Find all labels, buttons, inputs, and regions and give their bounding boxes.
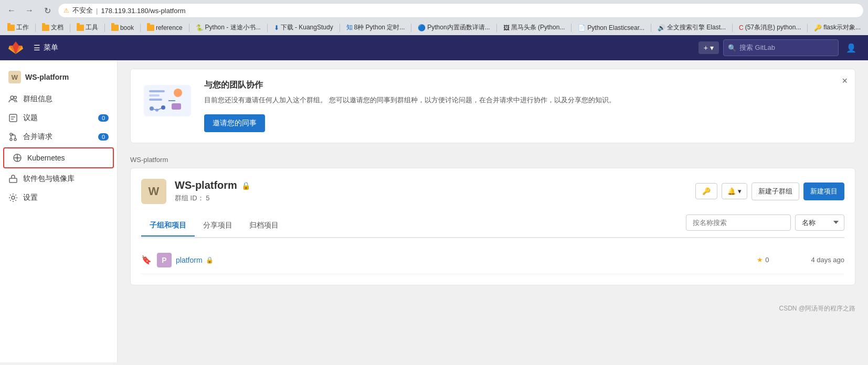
project-name[interactable]: platform [176, 256, 203, 264]
search-placeholder: 搜索 GitLab [739, 43, 775, 52]
refresh-button[interactable]: ↻ [40, 3, 55, 18]
gitlab-header: ☰ 菜单 + ▾ 🔍 搜索 GitLab 👤 [0, 35, 868, 60]
group-id: 群组 ID： 5 [175, 194, 687, 203]
merge-icon [8, 132, 18, 142]
bookmark-label: (57条消息) python... [745, 23, 801, 32]
browser-chrome: ← → ↻ ⚠ 不安全 | 178.119.31.180/ws-platform… [0, 0, 868, 35]
link-icon: 📄 [578, 24, 586, 31]
key-button[interactable]: 🔑 [695, 183, 717, 199]
bookmark-label: book [120, 24, 134, 31]
merge-badge: 0 [98, 133, 109, 141]
bookmark-separator [651, 24, 651, 32]
bookmark-separator [411, 24, 411, 32]
bookmark-tools[interactable]: 工具 [73, 22, 101, 33]
key-icon: 🔑 [702, 187, 711, 195]
bookmark-reference[interactable]: reference [144, 23, 186, 33]
bookmark-book[interactable]: book [108, 23, 137, 33]
close-banner-button[interactable]: × [842, 76, 848, 87]
star-icon: ★ [757, 256, 763, 264]
sidebar-item-issues[interactable]: 议题 0 [0, 109, 117, 127]
bookmark-python-timer[interactable]: 知 8种 Python 定时... [343, 22, 408, 33]
breadcrumb-text: WS-platform [130, 156, 168, 164]
bookmark-flask[interactable]: 🔑 flask示对象... [811, 22, 864, 33]
project-avatar: P [157, 253, 172, 267]
bookmark-separator [189, 24, 189, 32]
users-icon [8, 94, 18, 104]
sidebar-group-name: WS-platform [25, 73, 69, 81]
notification-button[interactable]: 🔔 ▾ [722, 183, 747, 199]
gitlab-logo-svg [8, 40, 23, 55]
link-icon: 🔵 [418, 24, 426, 31]
forward-button[interactable]: → [22, 3, 37, 18]
bookmark-label: Python - 迷途小书... [205, 23, 261, 32]
collab-illustration [141, 80, 194, 122]
add-chevron: ▾ [710, 44, 714, 52]
invite-button[interactable]: 邀请您的同事 [204, 114, 265, 132]
bookmark-download[interactable]: ⬇ 下载 - KuangStudy [271, 22, 336, 33]
tab-archived-projects[interactable]: 归档项目 [241, 216, 287, 237]
bookmark-separator [140, 24, 141, 32]
back-button[interactable]: ← [4, 3, 19, 18]
main-content: 与您的团队协作 目前您还没有邀请任何人加入这个群组。 您可以邀请您的同事到群组种… [118, 60, 868, 362]
svg-rect-18 [149, 94, 160, 96]
bookmark-fulltext[interactable]: 🔊 全文搜索引擎 Elast... [654, 22, 729, 33]
sidebar-item-label: 合并请求 [23, 132, 52, 142]
bookmark-elasticsearch[interactable]: 📄 Python Elasticsear... [575, 23, 648, 33]
bookmark-heima[interactable]: 🖼 黑马头条 (Python... [500, 22, 568, 33]
svg-point-26 [161, 105, 165, 110]
new-subgroup-button[interactable]: 新建子群组 [751, 182, 799, 200]
bookmark-python-book[interactable]: 🐍 Python - 迷途小书... [193, 22, 264, 33]
group-id-label: 群组 ID： [175, 194, 204, 202]
add-button[interactable]: + ▾ [698, 41, 719, 54]
sidebar-item-group-info[interactable]: 群组信息 [0, 90, 117, 109]
sidebar-item-label: 议题 [23, 113, 38, 123]
svg-point-1 [14, 96, 17, 99]
sidebar-item-settings[interactable]: 设置 [0, 188, 117, 207]
project-lock-icon: 🔒 [206, 256, 214, 264]
new-project-button[interactable]: 新建项目 [803, 182, 844, 200]
bell-chevron-icon: ▾ [738, 187, 742, 195]
svg-rect-14 [9, 178, 17, 182]
footer-text: CSDN @阿汤哥的程序之路 [779, 305, 855, 312]
sidebar: W WS-platform 群组信息 议题 0 合并请求 0 [0, 60, 118, 362]
collab-banner: 与您的团队协作 目前您还没有邀请任何人加入这个群组。 您可以邀请您的同事到群组种… [130, 69, 855, 143]
gitlab-logo[interactable] [8, 40, 23, 55]
search-input[interactable] [686, 214, 791, 231]
breadcrumb: WS-platform [118, 152, 868, 168]
menu-label: 菜单 [44, 43, 58, 52]
bookmark-separator [70, 24, 70, 32]
link-icon: C [739, 24, 744, 31]
group-info: WS-platform 🔒 群组 ID： 5 [175, 179, 687, 203]
link-icon: 🖼 [503, 24, 510, 31]
group-id-value: 5 [206, 194, 209, 202]
link-icon: 🔊 [658, 24, 665, 31]
bookmark-label: 黑马头条 (Python... [511, 23, 565, 32]
bookmarks-bar: 工作 文档 工具 book reference 🐍 Python - 迷途小书.… [0, 21, 868, 35]
project-list-item: 🔖 P platform 🔒 ★ 0 4 days ago [141, 246, 844, 274]
bookmark-label: Python内置函数详请... [427, 23, 490, 32]
search-box[interactable]: 🔍 搜索 GitLab [723, 39, 839, 56]
svg-rect-21 [172, 103, 181, 110]
sidebar-item-packages[interactable]: 软件包与镜像库 [0, 169, 117, 188]
tab-subgroups-projects[interactable]: 子组和项目 [141, 216, 195, 237]
bookmark-label: 下载 - KuangStudy [281, 23, 333, 32]
bookmark-docs[interactable]: 文档 [39, 22, 67, 33]
bookmark-work[interactable]: 工作 [4, 22, 32, 33]
bookmark-csdn-python[interactable]: C (57条消息) python... [736, 22, 804, 33]
menu-button[interactable]: ☰ 菜单 [29, 41, 62, 55]
bookmark-python-builtin[interactable]: 🔵 Python内置函数详请... [415, 22, 493, 33]
profile-button[interactable]: 👤 [843, 39, 860, 56]
sort-select[interactable]: 名称 最近更新 最旧更新 Stars [795, 214, 844, 231]
tab-shared-projects[interactable]: 分享项目 [195, 216, 241, 237]
settings-icon [8, 193, 18, 202]
address-bar[interactable]: ⚠ 不安全 | 178.119.31.180/ws-platform [58, 3, 864, 18]
sidebar-item-kubernetes[interactable]: Kubernetes [3, 147, 114, 168]
svg-rect-19 [149, 99, 162, 101]
profile-icon: 👤 [846, 43, 856, 53]
stars-count: 0 [765, 256, 769, 264]
bookmark-label: 工具 [86, 23, 98, 32]
bookmark-icon[interactable]: 🔖 [141, 255, 152, 265]
link-icon: ⬇ [274, 24, 279, 31]
add-icon: + [704, 44, 708, 52]
sidebar-item-merge-requests[interactable]: 合并请求 0 [0, 127, 117, 146]
